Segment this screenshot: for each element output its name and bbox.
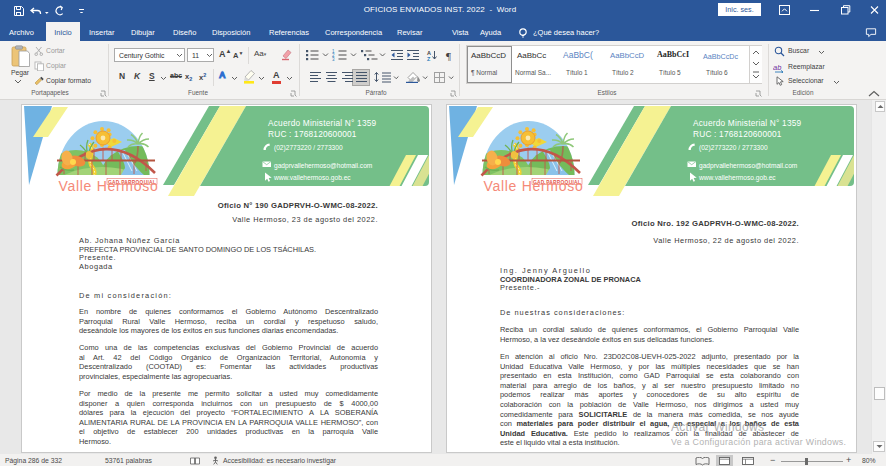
svg-text:Z: Z (427, 56, 431, 61)
svg-text:3: 3 (332, 57, 335, 61)
svg-text:Acuerdo Ministerial N° 1359: Acuerdo Ministerial N° 1359 (268, 118, 377, 128)
svg-text:RUC : 1768120600001: RUC : 1768120600001 (268, 129, 357, 139)
svg-text:ab: ab (773, 63, 781, 72)
svg-text:¶: ¶ (446, 50, 451, 62)
svg-text:(02)2773220 / 2773300: (02)2773220 / 2773300 (274, 144, 343, 152)
svg-text:A: A (427, 50, 431, 56)
svg-text:www.vallehermoso.gob.ec: www.vallehermoso.gob.ec (273, 174, 351, 182)
svg-text:gadprvallehermoso@hotmail.com: gadprvallehermoso@hotmail.com (274, 162, 373, 170)
svg-text:Valle Hermoso: Valle Hermoso (59, 178, 159, 194)
